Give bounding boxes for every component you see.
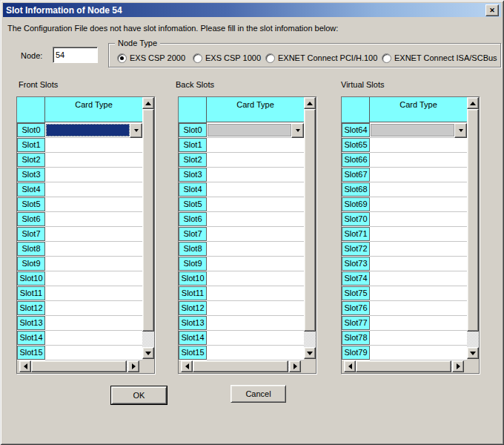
scroll-left-button[interactable] bbox=[344, 360, 356, 372]
card-type-cell[interactable] bbox=[207, 197, 304, 212]
row-header-cell[interactable]: Slot3 bbox=[179, 168, 207, 182]
row-header-cell[interactable]: Slot1 bbox=[179, 138, 207, 152]
card-type-cell[interactable] bbox=[45, 301, 142, 316]
row-header-cell[interactable]: Slot4 bbox=[17, 182, 45, 197]
card-type-cell[interactable] bbox=[370, 168, 467, 182]
card-type-cell[interactable] bbox=[45, 197, 142, 212]
card-type-cell[interactable] bbox=[45, 242, 142, 257]
radio-exnet-pci-icon[interactable] bbox=[265, 53, 275, 63]
card-type-column-header[interactable]: Card Type bbox=[370, 97, 467, 122]
row-header-cell[interactable]: Slot3 bbox=[17, 168, 45, 182]
row-header-cell[interactable]: Slot64 bbox=[342, 123, 370, 137]
selected-card-type-cell[interactable] bbox=[46, 124, 130, 136]
row-header-cell[interactable]: Slot9 bbox=[17, 257, 45, 271]
row-header-cell[interactable]: Slot5 bbox=[179, 197, 207, 211]
row-header-cell[interactable]: Slot2 bbox=[17, 153, 45, 167]
card-type-cell[interactable] bbox=[370, 346, 467, 360]
card-type-cell[interactable] bbox=[370, 182, 467, 197]
dropdown-button[interactable] bbox=[454, 123, 467, 138]
card-type-cell[interactable] bbox=[45, 271, 142, 286]
vertical-scroll-thumb[interactable] bbox=[467, 109, 479, 332]
node-input[interactable] bbox=[53, 47, 98, 63]
row-header-cell[interactable]: Slot0 bbox=[179, 123, 207, 137]
card-type-cell[interactable] bbox=[207, 331, 304, 346]
row-header-cell[interactable]: Slot73 bbox=[342, 257, 370, 271]
card-type-cell[interactable] bbox=[207, 301, 304, 316]
row-header-cell[interactable]: Slot10 bbox=[179, 271, 207, 286]
row-header-cell[interactable]: Slot71 bbox=[342, 227, 370, 241]
dropdown-button[interactable] bbox=[130, 123, 142, 138]
close-button[interactable]: ✕ bbox=[485, 4, 499, 16]
vertical-scrollbar[interactable] bbox=[467, 97, 479, 359]
vertical-scrollbar[interactable] bbox=[142, 97, 154, 359]
row-header-cell[interactable]: Slot8 bbox=[17, 242, 45, 256]
row-header-cell[interactable]: Slot2 bbox=[179, 153, 207, 167]
card-type-cell[interactable] bbox=[207, 138, 304, 153]
row-header-cell[interactable]: Slot65 bbox=[342, 138, 370, 152]
horizontal-scroll-thumb[interactable] bbox=[193, 360, 288, 372]
row-header-cell[interactable]: Slot4 bbox=[179, 182, 207, 197]
card-type-column-header[interactable]: Card Type bbox=[45, 97, 142, 122]
scroll-left-button[interactable] bbox=[181, 360, 193, 372]
vertical-scroll-thumb[interactable] bbox=[142, 109, 154, 332]
row-header-cell[interactable]: Slot8 bbox=[179, 242, 207, 256]
cancel-button[interactable]: Cancel bbox=[231, 385, 286, 403]
row-header-cell[interactable]: Slot11 bbox=[17, 286, 45, 300]
row-header-cell[interactable]: Slot78 bbox=[342, 331, 370, 345]
card-type-cell[interactable] bbox=[370, 197, 467, 212]
scroll-down-button[interactable] bbox=[467, 347, 479, 359]
card-type-cell[interactable] bbox=[207, 123, 304, 138]
row-header-cell[interactable]: Slot10 bbox=[17, 271, 45, 286]
row-header-cell[interactable]: Slot14 bbox=[17, 331, 45, 345]
scroll-up-button[interactable] bbox=[142, 97, 154, 109]
row-header-cell[interactable]: Slot67 bbox=[342, 168, 370, 182]
card-type-cell[interactable] bbox=[45, 212, 142, 227]
card-type-cell[interactable] bbox=[45, 316, 142, 331]
row-header-cell[interactable]: Slot1 bbox=[17, 138, 45, 152]
scroll-down-button[interactable] bbox=[142, 347, 154, 359]
row-header-cell[interactable]: Slot70 bbox=[342, 212, 370, 226]
scroll-up-button[interactable] bbox=[304, 97, 316, 109]
radio-exnet-isa-icon[interactable] bbox=[382, 53, 391, 63]
row-header-cell[interactable]: Slot9 bbox=[179, 257, 207, 271]
row-header-cell[interactable]: Slot6 bbox=[179, 212, 207, 226]
card-type-cell[interactable] bbox=[370, 242, 467, 257]
card-type-cell[interactable] bbox=[45, 257, 142, 271]
card-type-cell[interactable] bbox=[207, 257, 304, 271]
card-type-cell[interactable] bbox=[207, 286, 304, 301]
title-bar[interactable]: Slot Information of Node 54 ✕ bbox=[3, 3, 501, 17]
card-type-cell[interactable] bbox=[370, 123, 467, 138]
card-type-cell[interactable] bbox=[45, 123, 142, 138]
scroll-left-button[interactable] bbox=[19, 360, 31, 372]
card-type-cell[interactable] bbox=[207, 227, 304, 242]
card-type-cell[interactable] bbox=[45, 182, 142, 197]
card-type-cell[interactable] bbox=[45, 138, 142, 153]
row-header-cell[interactable]: Slot15 bbox=[17, 346, 45, 360]
horizontal-scroll-thumb[interactable] bbox=[31, 360, 127, 372]
row-header-cell[interactable]: Slot77 bbox=[342, 316, 370, 330]
row-header-cell[interactable]: Slot12 bbox=[179, 301, 207, 315]
row-header-cell[interactable]: Slot74 bbox=[342, 271, 370, 286]
card-type-cell[interactable] bbox=[370, 138, 467, 153]
card-type-cell[interactable] bbox=[207, 271, 304, 286]
card-type-cell[interactable] bbox=[207, 153, 304, 168]
card-type-cell[interactable] bbox=[45, 346, 142, 360]
scroll-right-button[interactable] bbox=[127, 360, 139, 372]
card-type-cell[interactable] bbox=[370, 271, 467, 286]
card-type-cell[interactable] bbox=[45, 168, 142, 182]
horizontal-scrollbar[interactable] bbox=[181, 360, 301, 372]
card-type-cell[interactable] bbox=[45, 227, 142, 242]
card-type-cell[interactable] bbox=[370, 153, 467, 168]
card-type-cell[interactable] bbox=[207, 212, 304, 227]
horizontal-scrollbar[interactable] bbox=[344, 360, 464, 372]
radio-exs-csp-1000-label[interactable]: EXS CSP 1000 bbox=[205, 53, 261, 62]
row-header-cell[interactable]: Slot13 bbox=[17, 316, 45, 330]
horizontal-scrollbar[interactable] bbox=[19, 360, 139, 372]
card-type-cell[interactable] bbox=[370, 257, 467, 271]
row-header-cell[interactable]: Slot72 bbox=[342, 242, 370, 256]
row-header-cell[interactable]: Slot79 bbox=[342, 346, 370, 360]
card-type-column-header[interactable]: Card Type bbox=[207, 97, 304, 122]
row-header-cell[interactable]: Slot75 bbox=[342, 286, 370, 300]
row-header-cell[interactable]: Slot7 bbox=[17, 227, 45, 241]
vertical-scrollbar[interactable] bbox=[304, 97, 316, 359]
